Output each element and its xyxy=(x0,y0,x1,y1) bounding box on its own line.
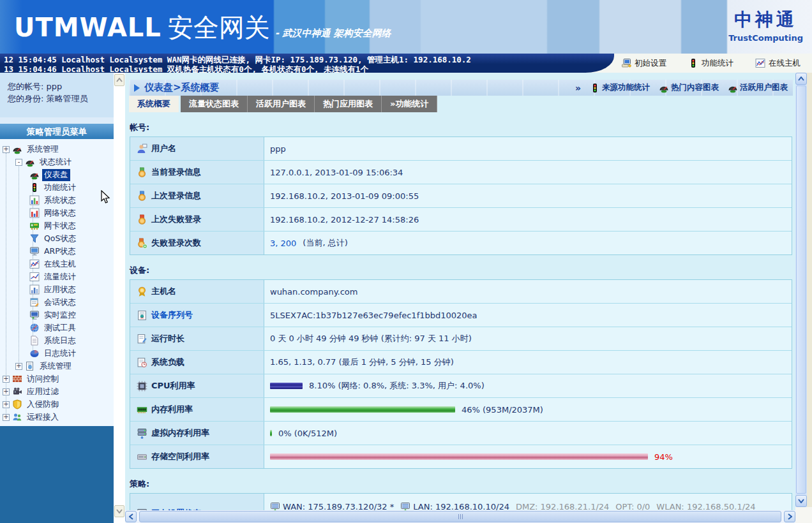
expand-toggle[interactable]: + xyxy=(3,376,10,383)
quicklink-来源功能统计[interactable]: 来源功能统计 xyxy=(590,82,650,93)
sidebar-item-在线主机[interactable]: 在线主机 xyxy=(0,258,114,270)
tab-系统概要[interactable]: 系统概要 xyxy=(129,96,179,112)
scroll-left-button[interactable] xyxy=(125,511,137,522)
sidebar-scroll-up-button[interactable] xyxy=(114,74,124,86)
sidebar-item-label[interactable]: 流量统计 xyxy=(42,271,78,283)
sidebar-item-label[interactable]: 在线主机 xyxy=(42,258,78,270)
row-value-cell: 0% (0K/512M) xyxy=(264,422,792,445)
sidebar-item-label[interactable]: 测试工具 xyxy=(42,322,78,334)
sidebar-item-label[interactable]: 系统管理 xyxy=(25,144,61,156)
sidebar-item-系统管理[interactable]: +系统管理 xyxy=(0,360,114,372)
sidebar-item-label[interactable]: 系统状态 xyxy=(42,195,78,207)
sidebar-item-会话状态[interactable]: 会话状态 xyxy=(0,296,114,309)
sidebar-item-QoS状态[interactable]: QoS状态 xyxy=(0,232,114,245)
gauge-icon xyxy=(12,144,22,154)
sidebar-item-label[interactable]: 日志统计 xyxy=(42,348,78,360)
tab-»功能统计[interactable]: »功能统计 xyxy=(382,96,437,112)
expand-toggle[interactable]: + xyxy=(3,414,10,421)
scroll-right-button[interactable] xyxy=(784,511,795,522)
sidebar-item-label[interactable]: ARP状态 xyxy=(42,246,78,258)
sidebar-scrollbar[interactable] xyxy=(114,73,125,523)
product-tagline: - 武汉中神通 架构安全网络 xyxy=(275,27,391,39)
vertical-scrollbar[interactable] xyxy=(795,73,807,507)
sidebar-item-流量统计[interactable]: 流量统计 xyxy=(0,270,114,283)
vendor-logo: 中神通 TrustComputing xyxy=(728,8,803,43)
expand-toggle[interactable]: + xyxy=(3,146,10,153)
scroll-down-button[interactable] xyxy=(795,495,807,507)
serial-doc-icon xyxy=(137,310,147,321)
expand-toggle[interactable]: + xyxy=(15,363,22,370)
sidebar-item-测试工具[interactable]: 测试工具 xyxy=(0,321,114,334)
sidebar-item-远程接入[interactable]: +远程接入 xyxy=(0,411,114,424)
row-label: 虚拟内存利用率 xyxy=(151,427,209,439)
sidebar-item-label[interactable]: 系统日志 xyxy=(42,335,78,347)
quicklink-热门内容图表[interactable]: 热门内容图表 xyxy=(659,82,719,93)
sidebar-item-系统管理[interactable]: +系统管理 xyxy=(0,143,114,156)
ram-icon xyxy=(137,404,147,415)
gauge-icon xyxy=(25,157,35,167)
expand-toggle[interactable]: + xyxy=(3,388,10,395)
sidebar-item-label[interactable]: 系统管理 xyxy=(38,360,73,372)
sidebar-item-label[interactable]: 会话状态 xyxy=(42,297,78,309)
sidebar-item-实时监控[interactable]: 实时监控 xyxy=(0,309,114,321)
nic-monitor-icon xyxy=(400,502,410,511)
expand-toggle[interactable]: + xyxy=(3,401,10,408)
globe-icon xyxy=(29,323,40,333)
sidebar-scroll-down-button[interactable] xyxy=(114,505,124,517)
horizontal-scrollbar[interactable] xyxy=(125,510,795,523)
sidebar-item-label[interactable]: 入侵防御 xyxy=(25,399,61,411)
scroll-up-button[interactable] xyxy=(795,73,807,85)
dashboard-sections: 帐号:用户名ppp当前登录信息127.0.0.1, 2013-01-09 15:… xyxy=(125,122,795,510)
sidebar-item-日志统计[interactable]: 日志统计 xyxy=(0,347,114,360)
sidebar-item-系统状态[interactable]: 系统状态 xyxy=(0,194,114,207)
sidebar-item-label[interactable]: 远程接入 xyxy=(25,411,61,424)
sidebar-item-入侵防御[interactable]: +入侵防御 xyxy=(0,398,114,411)
row-label: 上次登录信息 xyxy=(151,190,201,202)
value-text: OPT: 0/0 xyxy=(615,502,650,510)
row-label[interactable]: 设备序列号 xyxy=(151,309,193,321)
vertical-scroll-thumb[interactable] xyxy=(796,85,806,494)
row-label-cell[interactable]: 网卡设置状态: 2/5 xyxy=(130,494,264,510)
value-text: wuhan.company.com xyxy=(270,287,357,297)
expand-toggle[interactable]: - xyxy=(15,159,22,166)
row-label-cell[interactable]: 设备序列号 xyxy=(130,304,264,327)
line-chart2-icon xyxy=(29,272,40,282)
sidebar-item-ARP状态[interactable]: ARP状态 xyxy=(0,245,114,258)
sidebar-item-系统日志[interactable]: 系统日志 xyxy=(0,334,114,347)
tab-流量状态图表[interactable]: 流量状态图表 xyxy=(181,96,248,112)
users-icon xyxy=(12,412,22,422)
sidebar-item-label[interactable]: 状态统计 xyxy=(38,156,73,168)
sidebar-item-label[interactable]: 访问控制 xyxy=(25,373,61,385)
status-log-lines: 12 15:04:45 Localhost Localsystem WAN网卡的… xyxy=(4,55,610,73)
quicklink-活跃用户图表[interactable]: 活跃用户图表 xyxy=(728,82,788,93)
sidebar-item-label[interactable]: 仪表盘 xyxy=(42,169,70,181)
sidebar-item-label[interactable]: 网卡状态 xyxy=(42,220,78,232)
status-button-在线主机[interactable]: 在线主机 xyxy=(755,58,801,69)
sidebar-item-仪表盘[interactable]: 仪表盘 xyxy=(0,168,114,181)
status-log-line: 12 15:04:45 Localhost Localsystem WAN网卡的… xyxy=(4,55,610,64)
status-button-初始设置[interactable]: 初始设置 xyxy=(621,58,666,69)
tab-热门应用图表[interactable]: 热门应用图表 xyxy=(315,96,382,112)
sidebar-item-网络状态[interactable]: 网络状态 xyxy=(0,207,114,219)
value-text: 0% (0K/512M) xyxy=(278,429,337,438)
sidebar-item-访问控制[interactable]: +访问控制 xyxy=(0,372,114,385)
usage-bar xyxy=(270,383,303,389)
sidebar-item-状态统计[interactable]: -状态统计 xyxy=(0,156,114,168)
sidebar-item-label[interactable]: 应用状态 xyxy=(42,284,78,296)
sidebar-item-应用过滤[interactable]: +应用过滤 xyxy=(0,385,114,398)
table-row: 虚拟内存利用率0% (0K/512M) xyxy=(130,421,792,445)
tab-活跃用户图表[interactable]: 活跃用户图表 xyxy=(248,96,315,112)
sidebar-item-label[interactable]: 实时监控 xyxy=(42,309,78,321)
section-table: 主机名wuhan.company.com设备序列号5LSEX7AC:1b37b1… xyxy=(130,279,792,469)
status-button-功能统计[interactable]: 功能统计 xyxy=(688,58,733,69)
sidebar-item-应用状态[interactable]: 应用状态 xyxy=(0,283,114,296)
sidebar-item-功能统计[interactable]: 功能统计 xyxy=(0,181,114,194)
sidebar-item-label[interactable]: 应用过滤 xyxy=(25,386,61,398)
nic-icon xyxy=(29,221,40,231)
sidebar-item-label[interactable]: 网络状态 xyxy=(42,207,78,219)
sidebar-item-label[interactable]: 功能统计 xyxy=(42,182,78,194)
row-label: 存储空间利用率 xyxy=(151,451,209,462)
sidebar-item-网卡状态[interactable]: 网卡状态 xyxy=(0,219,114,232)
sidebar-item-label[interactable]: QoS状态 xyxy=(42,233,78,245)
horizontal-scroll-thumb[interactable] xyxy=(139,511,781,522)
